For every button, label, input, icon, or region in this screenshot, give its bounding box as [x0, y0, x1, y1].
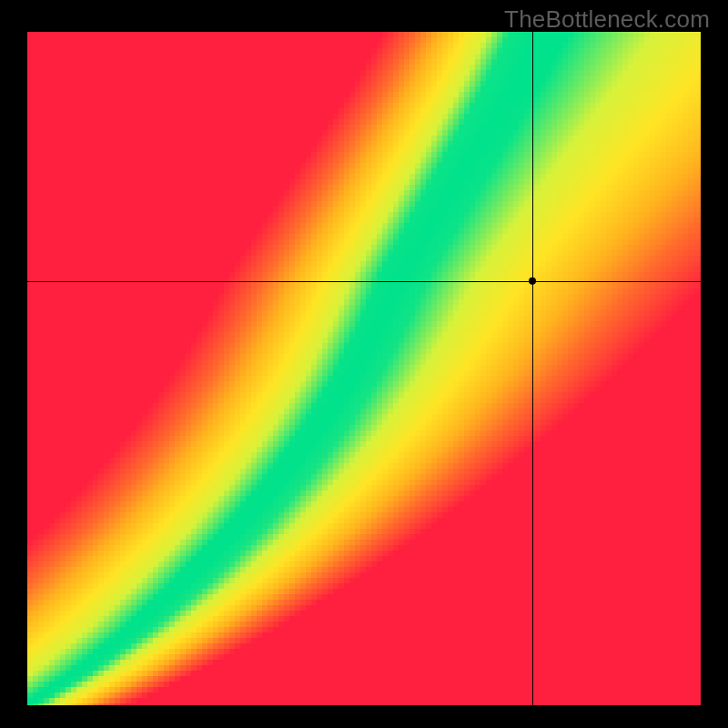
bottleneck-heatmap	[27, 32, 701, 705]
chart-frame: TheBottleneck.com	[0, 0, 728, 728]
watermark-text: TheBottleneck.com	[504, 5, 710, 34]
